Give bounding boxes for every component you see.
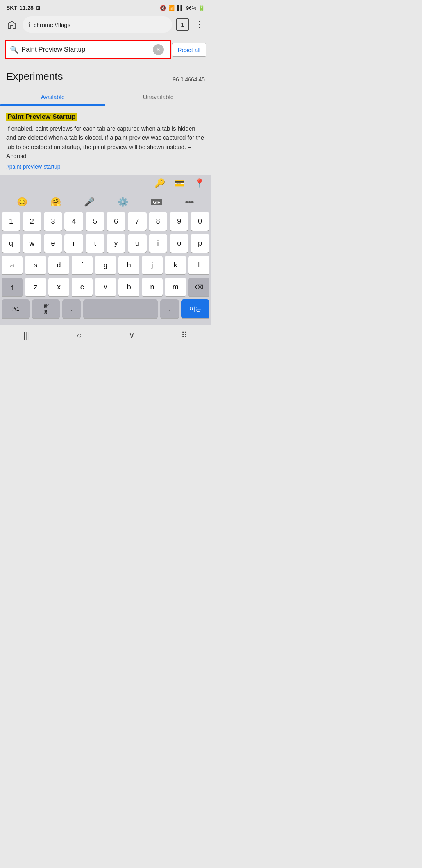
key-p[interactable]: p <box>191 234 209 253</box>
key-8[interactable]: 8 <box>149 212 168 231</box>
key-m[interactable]: m <box>165 278 186 296</box>
card-icon[interactable]: 💳 <box>174 178 185 188</box>
address-bar-row: ℹ chrome://flags 1 ⋮ <box>0 14 211 35</box>
key-comma[interactable]: , <box>62 299 81 318</box>
tab-count-button[interactable]: 1 <box>176 18 189 31</box>
kb-bottom-row: !#1 한/영 , . 이동 <box>2 299 209 318</box>
mic-icon[interactable]: 🎤 <box>84 197 95 207</box>
clear-button[interactable]: ✕ <box>153 44 164 55</box>
back-button[interactable]: ||| <box>17 329 36 342</box>
key-1[interactable]: 1 <box>2 212 20 231</box>
key-e[interactable]: e <box>44 234 63 253</box>
version-text: 96.0.4664.45 <box>173 76 205 82</box>
key-g[interactable]: g <box>95 256 116 274</box>
key-d[interactable]: d <box>48 256 70 274</box>
tab-unavailable[interactable]: Unavailable <box>106 89 211 105</box>
status-bar: SKT 11:28 ⊡ 🔇 📶 ▌▌ 96% 🔋 <box>0 0 211 14</box>
recent-button[interactable]: ∨ <box>122 329 141 342</box>
menu-button[interactable]: ⠿ <box>175 329 194 342</box>
battery-text: 96% <box>186 5 196 11</box>
reset-all-button[interactable]: Reset all <box>172 43 206 57</box>
url-text: chrome://flags <box>34 22 70 28</box>
wifi-icon: 📶 <box>168 5 175 11</box>
key-period[interactable]: . <box>160 299 179 318</box>
search-input[interactable]: Paint Preview Startup <box>21 46 150 54</box>
key-3[interactable]: 3 <box>44 212 63 231</box>
tabs-row: Available Unavailable <box>0 89 211 105</box>
key-y[interactable]: y <box>107 234 125 253</box>
key-u[interactable]: u <box>128 234 147 253</box>
key-shift[interactable]: ↑ <box>2 278 23 296</box>
status-left: SKT 11:28 ⊡ <box>6 5 40 11</box>
status-right: 🔇 📶 ▌▌ 96% 🔋 <box>160 5 205 11</box>
gif-button[interactable]: GIF <box>151 199 162 205</box>
key-i[interactable]: i <box>149 234 168 253</box>
battery-icon: 🔋 <box>198 5 205 11</box>
camera-icon: ⊡ <box>36 5 40 11</box>
mute-icon: 🔇 <box>160 5 166 11</box>
key-5[interactable]: 5 <box>86 212 104 231</box>
search-box[interactable]: 🔍 Paint Preview Startup ✕ <box>5 40 171 59</box>
key-v[interactable]: v <box>95 278 116 296</box>
kb-toolbar-row: 😊 🤗 🎤 ⚙️ GIF ••• <box>2 194 209 212</box>
experiments-header: Experiments 96.0.4664.45 <box>0 64 211 84</box>
home-nav-button[interactable]: ○ <box>70 329 88 342</box>
keyboard: 😊 🤗 🎤 ⚙️ GIF ••• 1 2 3 4 5 6 7 8 9 0 q w… <box>0 192 211 325</box>
time-text: 11:28 <box>20 5 34 11</box>
search-icon: 🔍 <box>10 45 18 54</box>
key-6[interactable]: 6 <box>107 212 125 231</box>
settings-icon[interactable]: ⚙️ <box>118 197 128 207</box>
key-z[interactable]: z <box>25 278 46 296</box>
key-c[interactable]: c <box>72 278 93 296</box>
location-icon[interactable]: 📍 <box>194 178 205 188</box>
flag-title: Paint Preview Startup <box>6 113 77 121</box>
key-w[interactable]: w <box>23 234 41 253</box>
kb-qwerty-row: q w e r t y u i o p <box>2 234 209 253</box>
emoji-icon[interactable]: 😊 <box>17 197 27 207</box>
key-k[interactable]: k <box>165 256 186 274</box>
key-0[interactable]: 0 <box>191 212 209 231</box>
keyboard-toolbar: 🔑 💳 📍 <box>0 175 211 192</box>
key-9[interactable]: 9 <box>170 212 188 231</box>
more-icon[interactable]: ••• <box>185 197 194 207</box>
key-a[interactable]: a <box>2 256 23 274</box>
key-h[interactable]: h <box>118 256 139 274</box>
kb-number-row: 1 2 3 4 5 6 7 8 9 0 <box>2 212 209 231</box>
key-n[interactable]: n <box>142 278 163 296</box>
key-s[interactable]: s <box>25 256 46 274</box>
signal-icon: ▌▌ <box>177 5 184 11</box>
key-j[interactable]: j <box>142 256 163 274</box>
key-f[interactable]: f <box>72 256 93 274</box>
experiments-title: Experiments <box>6 70 63 82</box>
key-b[interactable]: b <box>118 278 139 296</box>
info-icon: ℹ <box>28 21 30 29</box>
sticker-icon[interactable]: 🤗 <box>50 197 61 207</box>
key-backspace[interactable]: ⌫ <box>188 278 209 296</box>
key-space[interactable] <box>83 299 158 318</box>
key-q[interactable]: q <box>2 234 20 253</box>
kb-asdf-row: a s d f g h j k l <box>2 256 209 274</box>
key-l[interactable]: l <box>188 256 209 274</box>
kb-zxcv-row: ↑ z x c v b n m ⌫ <box>2 278 209 296</box>
tab-available[interactable]: Available <box>0 89 106 105</box>
key-x[interactable]: x <box>48 278 70 296</box>
key-4[interactable]: 4 <box>64 212 83 231</box>
key-action[interactable]: 이동 <box>181 299 209 318</box>
home-button[interactable] <box>5 18 19 32</box>
flag-item: Paint Preview Startup If enabled, paint … <box>6 113 205 170</box>
key-r[interactable]: r <box>64 234 83 253</box>
key-t[interactable]: t <box>86 234 104 253</box>
key-lang[interactable]: 한/영 <box>32 299 60 318</box>
flag-link[interactable]: #paint-preview-startup <box>6 163 61 170</box>
nav-bar: ||| ○ ∨ ⠿ <box>0 325 211 348</box>
key-7[interactable]: 7 <box>128 212 147 231</box>
content-area: Paint Preview Startup If enabled, paint … <box>0 105 211 175</box>
key-special[interactable]: !#1 <box>2 299 30 318</box>
carrier-text: SKT <box>6 5 17 11</box>
flag-description: If enabled, paint previews for each tab … <box>6 124 205 160</box>
key-2[interactable]: 2 <box>23 212 41 231</box>
key-o[interactable]: o <box>170 234 188 253</box>
key-icon[interactable]: 🔑 <box>154 178 165 188</box>
address-pill[interactable]: ℹ chrome://flags <box>23 16 172 33</box>
more-menu-button[interactable]: ⋮ <box>193 18 206 31</box>
